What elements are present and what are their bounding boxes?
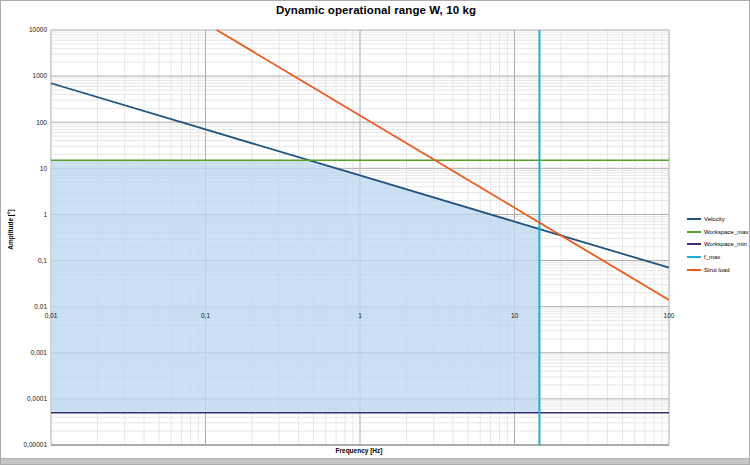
legend-label-velocity: Velocity [704,216,725,222]
y-axis-title: Amplitude [°] [3,159,18,299]
legend-item-f-max: f_max [687,251,749,264]
y-tick-label-10000: 10000 [29,26,47,33]
y-tick-label-10: 10 [40,165,48,172]
legend-swatch-strut-load [687,269,701,271]
x-tick-label-0,01: 0,01 [45,312,58,319]
x-tick-label-10: 10 [511,312,519,319]
legend-swatch-velocity [687,218,701,220]
y-axis-title-text: Amplitude [°] [7,209,14,250]
legend-label-strut-load: Strut load [704,267,730,273]
bottom-bar [1,458,750,465]
y-tick-label-1000: 1000 [33,72,48,79]
y-tick-label-0,1: 0,1 [38,257,47,264]
legend-swatch-f-max [687,256,701,258]
legend-swatch-workspace-min [687,243,701,245]
operational-region [51,160,539,413]
legend-item-workspace-min: Workspace_min [687,238,749,251]
legend-label-workspace-min: Workspace_min [704,241,747,247]
y-tick-label-0,01: 0,01 [34,303,47,310]
y-tick-label-1: 1 [43,211,47,218]
x-tick-label-1: 1 [358,312,362,319]
legend-label-f-max: f_max [704,254,720,260]
legend-item-velocity: Velocity [687,213,749,226]
y-tick-label-100: 100 [36,119,47,126]
chart-screenshot: 1000010001001010,10,010,0010,00010,00001… [0,0,750,465]
y-tick-label-0,0001: 0,0001 [27,395,47,402]
chart-title: Dynamic operational range W, 10 kg [1,4,750,16]
legend-item-strut-load: Strut load [687,263,749,276]
legend-label-workspace-max: Workspace_max [704,229,749,235]
y-tick-label-0,001: 0,001 [31,349,48,356]
x-axis-title: Frequency [Hz] [1,447,717,454]
plot-area: 1000010001001010,10,010,0010,00010,00001… [1,1,750,465]
legend-item-workspace-max: Workspace_max [687,226,749,239]
legend-swatch-workspace-max [687,231,701,233]
x-tick-label-0,1: 0,1 [201,312,210,319]
x-tick-label-100: 100 [664,312,675,319]
legend: VelocityWorkspace_maxWorkspace_minf_maxS… [687,213,749,276]
